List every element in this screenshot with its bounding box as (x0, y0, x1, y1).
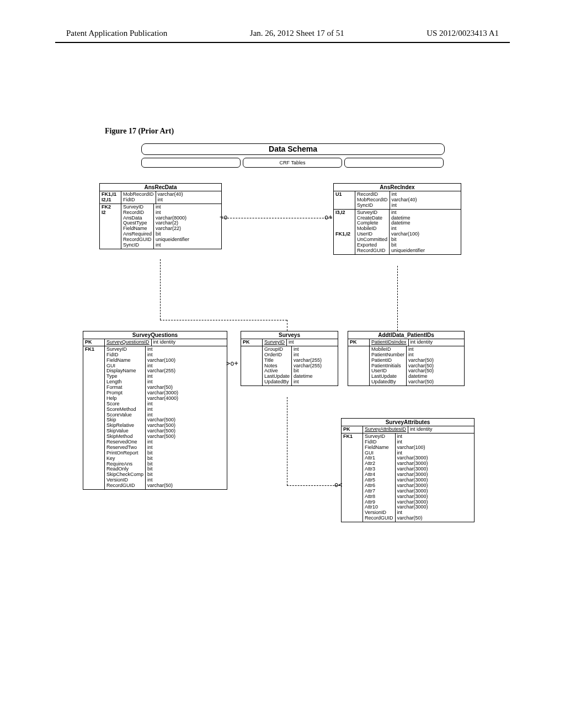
field-names: SurveyIDRecordIDAnsDataQuestTypeFieldNam… (121, 204, 154, 249)
page-header: Patent Application Publication Jan. 26, … (0, 29, 565, 38)
field-names: SurveyIDFidIDFieldNameGUIAttr1Attr2Attr3… (363, 433, 396, 522)
schema-diagram: Data Schema CRF Tables AnsRecDataFK1,I1 … (83, 143, 502, 601)
key-cell (348, 346, 370, 386)
table-surveyquestions: SurveyQuestionsPKSurveyQuestionsIDint id… (83, 331, 227, 490)
crowfoot-icon: >o+ (226, 360, 238, 367)
subtab-right (344, 158, 444, 168)
field-names: SurveyAttributesID (363, 426, 408, 433)
field-types: int identity (409, 339, 435, 346)
field-names: GroupIDOrderIDTitleNotesActiveLastUpdate… (263, 346, 292, 386)
field-types: intvarchar(40)int (390, 191, 419, 209)
key-cell: FK1 (83, 346, 105, 489)
field-names: SurveyQuestionsID (105, 339, 152, 346)
table-section: PKSurveyAttributesIDint identity (342, 426, 474, 433)
field-types: int identity (152, 339, 178, 346)
field-names: SurveyID (263, 339, 287, 346)
table-section: U1RecordIDMobRecordIDSyncIDintvarchar(40… (334, 191, 461, 210)
field-types: varchar(40)int (156, 191, 185, 204)
field-names: PatientIDsIndex (370, 339, 409, 346)
table-section: GroupIDOrderIDTitleNotesActiveLastUpdate… (241, 346, 338, 386)
field-names: MobRecordIDFidID (121, 191, 156, 204)
table-section: FK1,I1 I2,I1MobRecordIDFidIDvarchar(40)i… (100, 191, 221, 204)
field-types: intintvarchar(50)varchar(50)varchar(50)d… (407, 346, 435, 386)
table-addtldata-patientids: AddtlData_PatientIDsPKPatientIDsIndexint… (348, 331, 465, 386)
field-names: SurveyIDCreateDateCompleteMobileIDUserID… (355, 210, 390, 254)
table-ansrecdata: AnsRecDataFK1,I1 I2,I1MobRecordIDFidIDva… (99, 183, 222, 249)
table-section: FK2 I2SurveyIDRecordIDAnsDataQuestTypeFi… (100, 204, 221, 249)
figure-caption: Figure 17 (Prior Art) (105, 127, 174, 136)
table-title: AddtlData_PatientIDs (348, 331, 464, 339)
field-names: MobileIDPatientNumberPatientIDPatientIni… (370, 346, 407, 386)
header-right: US 2012/0023413 A1 (427, 29, 499, 38)
field-names: SurveyIDFidIDFieldNameGUIDisplayNameType… (105, 346, 146, 489)
header-center: Jan. 26, 2012 Sheet 17 of 51 (250, 29, 344, 38)
field-types: intintvarchar(100)intvarchar(255)intintv… (146, 346, 180, 489)
crowfoot-icon: o+ (324, 214, 332, 221)
key-cell: PK (342, 426, 363, 433)
key-cell: U1 (334, 191, 355, 209)
table-ansrecindex: AnsRecIndexU1RecordIDMobRecordIDSyncIDin… (333, 183, 461, 255)
connector (397, 266, 398, 331)
table-title: SurveyAttributes (342, 419, 474, 426)
key-cell: I3,I2 FK1,I2 (334, 210, 355, 254)
crowfoot-icon: +o (220, 214, 227, 221)
field-names: RecordIDMobRecordIDSyncID (355, 191, 390, 209)
field-types: intintvarchar(100)intvarchar(3000)varcha… (396, 433, 430, 522)
schema-title: Data Schema (141, 143, 445, 155)
key-cell: PK (348, 339, 370, 346)
table-section: MobileIDPatientNumberPatientIDPatientIni… (348, 346, 464, 386)
connector (160, 259, 161, 320)
table-section: PKPatientIDsIndexint identity (348, 339, 464, 346)
field-types: int identity (408, 426, 434, 433)
key-cell: FK2 I2 (100, 204, 121, 249)
table-section: PKSurveyQuestionsIDint identity (83, 339, 227, 346)
table-section: FK1SurveyIDFidIDFieldNameGUIAttr1Attr2At… (342, 433, 474, 522)
table-title: SurveyQuestions (83, 331, 227, 339)
table-surveys: SurveysPKSurveyIDintGroupIDOrderIDTitleN… (241, 331, 338, 386)
connector (160, 320, 287, 320)
header-left: Patent Application Publication (66, 29, 167, 38)
table-title: Surveys (241, 331, 338, 339)
key-cell (241, 346, 263, 386)
table-title: AnsRecIndex (334, 184, 461, 191)
schema-subtitle-row: CRF Tables (141, 158, 444, 168)
field-types: intintvarchar(255)varchar(255)bitdatetim… (292, 346, 323, 386)
key-cell: PK (83, 339, 105, 346)
field-types: intintvarchar(8000)varchar(2)varchar(22)… (154, 204, 191, 249)
table-section: FK1SurveyIDFidIDFieldNameGUIDisplayNameT… (83, 346, 227, 489)
key-cell: FK1,I1 I2,I1 (100, 191, 121, 204)
connector (287, 320, 287, 331)
connector (222, 218, 332, 218)
table-section: I3,I2 FK1,I2SurveyIDCreateDateCompleteMo… (334, 210, 461, 254)
field-types: intdatetimedatetimeintvarchar(100)bitbit… (390, 210, 427, 254)
key-cell: FK1 (342, 433, 363, 522)
connector (287, 485, 340, 486)
connector (287, 397, 287, 485)
subtab-center: CRF Tables (243, 158, 342, 168)
table-surveyattributes: SurveyAttributesPKSurveyAttributesIDint … (341, 418, 475, 522)
crowfoot-icon: o< (334, 481, 342, 488)
header-rule (55, 42, 510, 43)
field-types: int (287, 339, 296, 346)
key-cell: PK (241, 339, 263, 346)
table-title: AnsRecData (100, 184, 221, 191)
subtab-left (141, 158, 241, 168)
table-section: PKSurveyIDint (241, 339, 338, 346)
